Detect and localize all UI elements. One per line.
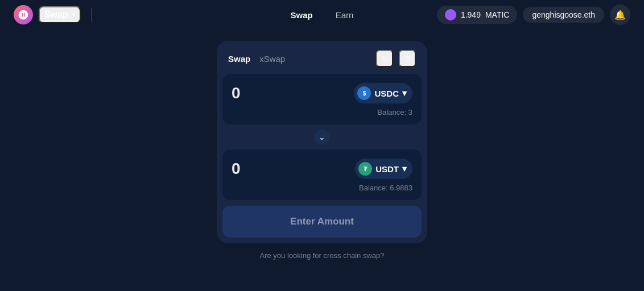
swap-card: Swap xSwap ↻ ⚙ $ USDC ▾ — [217, 41, 427, 243]
refresh-button[interactable]: ↻ — [376, 50, 393, 67]
wallet-address-button[interactable]: genghisgoose.eth — [523, 7, 604, 23]
settings-button[interactable]: ⚙ — [399, 50, 416, 67]
bell-icon: 🔔 — [614, 10, 626, 20]
to-token-symbol: USDT — [375, 164, 399, 174]
from-token-symbol: USDC — [374, 89, 399, 98]
nav-divider — [91, 8, 92, 22]
matic-balance-badge: 1.949 MATIC — [437, 6, 518, 24]
to-token-chevron-icon: ▾ — [402, 164, 407, 174]
card-action-icons: ↻ ⚙ — [376, 50, 416, 67]
enter-amount-button[interactable]: Enter Amount — [222, 206, 422, 238]
refresh-icon: ↻ — [381, 53, 389, 64]
nav-link-earn[interactable]: Earn — [331, 8, 358, 22]
app-logo — [14, 5, 33, 24]
to-token-balance: Balance: 6.9883 — [232, 184, 412, 192]
to-token-panel: ₮ USDT ▾ Balance: 6.9883 — [222, 149, 422, 200]
from-token-panel: $ USDC ▾ Balance: 3 — [222, 74, 422, 124]
from-token-balance: Balance: 3 — [232, 108, 412, 117]
swap-arrow-icon: ⌄ — [319, 132, 325, 142]
swap-dropdown-label: Swap — [44, 10, 68, 20]
to-amount-input[interactable] — [232, 160, 300, 178]
nav-right: 1.949 MATIC genghisgoose.eth 🔔 — [437, 5, 630, 25]
from-token-chevron-icon: ▾ — [402, 88, 407, 98]
chevron-down-icon: ▾ — [72, 11, 75, 19]
card-header: Swap xSwap ↻ ⚙ — [217, 41, 427, 74]
notifications-button[interactable]: 🔔 — [610, 5, 630, 25]
matic-amount: 1.949 — [461, 10, 481, 19]
gear-icon: ⚙ — [403, 53, 411, 64]
cross-chain-text: Are you looking for cross chain swap? — [260, 251, 385, 260]
usdt-icon: ₮ — [358, 162, 372, 176]
usdc-icon: $ — [357, 86, 371, 100]
matic-icon — [445, 9, 456, 20]
card-tabs: Swap xSwap — [228, 53, 285, 65]
matic-symbol: MATIC — [485, 10, 510, 19]
swap-direction-button[interactable]: ⌄ — [313, 128, 331, 146]
tab-swap[interactable]: Swap — [228, 53, 250, 65]
from-token-row: $ USDC ▾ — [232, 83, 412, 103]
from-amount-input[interactable] — [232, 84, 300, 102]
nav-link-swap[interactable]: Swap — [286, 8, 317, 22]
navbar: Swap ▾ Swap Earn 1.949 MATIC genghisgoos… — [0, 0, 644, 30]
nav-links: Swap Earn — [286, 8, 358, 22]
main-content: Swap xSwap ↻ ⚙ $ USDC ▾ — [0, 30, 644, 291]
from-token-selector[interactable]: $ USDC ▾ — [354, 83, 412, 103]
swap-direction-wrapper: ⌄ — [217, 128, 427, 146]
to-token-row: ₮ USDT ▾ — [232, 159, 412, 179]
logo-area: Swap ▾ — [14, 5, 96, 24]
tab-xswap[interactable]: xSwap — [259, 53, 285, 65]
swap-dropdown-button[interactable]: Swap ▾ — [39, 6, 81, 23]
to-token-selector[interactable]: ₮ USDT ▾ — [355, 159, 412, 179]
